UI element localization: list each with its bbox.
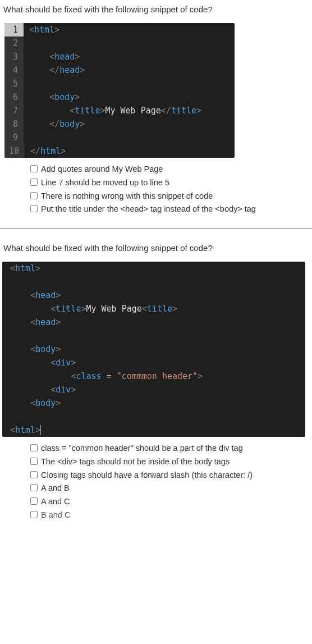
line-number: 7 (4, 104, 24, 117)
code-line (2, 329, 305, 342)
line-number: 5 (4, 77, 24, 90)
option-label: The <div> tags should not be inside of t… (41, 456, 230, 468)
checkbox[interactable] (30, 497, 38, 505)
code-line: <body> (24, 90, 235, 104)
checkbox[interactable] (30, 165, 38, 172)
option-1d[interactable]: Put the title under the <head> tag inste… (30, 203, 312, 216)
option-2f[interactable]: B and C (30, 509, 312, 522)
code-line: <html> (2, 262, 305, 275)
code-line (24, 36, 235, 50)
code-line: <class = "commmon header"> (2, 369, 305, 383)
option-1c[interactable]: There is nothing wrong with this snippet… (30, 190, 312, 203)
option-label: Put the title under the <head> tag inste… (41, 203, 256, 216)
line-number: 2 (4, 36, 24, 50)
code-line: </html> (25, 144, 235, 158)
code-line (2, 410, 305, 423)
option-label: A and C (41, 496, 70, 508)
question-2-prompt: What should be fixed with the following … (0, 239, 312, 255)
line-number: 6 (4, 90, 24, 104)
line-number: 10 (4, 144, 25, 158)
question-1-prompt: What should be fixed with the following … (0, 0, 312, 16)
checkbox[interactable] (30, 444, 38, 451)
divider (0, 228, 312, 229)
code-line: <body> (2, 396, 305, 410)
code-block-1: 1<html> 2 3 <head> 4 </head> 5 6 <body> … (4, 23, 235, 158)
code-line: <html> (2, 423, 305, 437)
code-line: <title>My Web Page</title> (24, 104, 235, 117)
option-2a[interactable]: class = "common header" should be a part… (30, 442, 312, 455)
checkbox[interactable] (30, 458, 38, 465)
code-line: </head> (24, 63, 235, 77)
code-line: </body> (24, 117, 235, 131)
code-line: <html> (24, 23, 235, 36)
cursor-icon (40, 425, 46, 435)
option-label: Add quotes around My Web Page (41, 163, 163, 176)
checkbox[interactable] (30, 192, 38, 199)
code-line: <head> (2, 289, 305, 302)
code-line: <div> (2, 383, 305, 396)
option-1a[interactable]: Add quotes around My Web Page (30, 163, 312, 176)
option-label: A and B (41, 482, 70, 495)
option-1b[interactable]: Line 7 should be moved up to line 5 (30, 177, 312, 189)
code-line: <div> (2, 356, 305, 369)
question-2-options: class = "common header" should be a part… (30, 442, 312, 522)
option-2b[interactable]: The <div> tags should not be inside of t… (30, 456, 312, 468)
checkbox[interactable] (30, 205, 38, 212)
option-2d[interactable]: A and B (30, 482, 312, 495)
line-number: 4 (4, 63, 24, 77)
line-number: 8 (4, 117, 24, 131)
question-1-options: Add quotes around My Web Page Line 7 sho… (30, 163, 312, 216)
line-number: 1 (4, 23, 24, 36)
code-line: <head> (2, 316, 305, 329)
code-block-2: <html> <head> <title>My Web Page<title> … (2, 262, 305, 437)
code-line (2, 275, 305, 289)
checkbox[interactable] (30, 484, 38, 491)
option-label: B and C (41, 509, 70, 522)
line-number: 3 (4, 50, 24, 63)
line-number: 9 (4, 131, 24, 144)
code-line (24, 131, 235, 144)
checkbox[interactable] (30, 511, 38, 518)
checkbox[interactable] (30, 471, 38, 478)
code-line: <head> (24, 50, 235, 63)
code-line: <title>My Web Page<title> (2, 302, 305, 316)
option-label: Closing tags should have a forward slash… (41, 469, 253, 482)
option-label: There is nothing wrong with this snippet… (41, 190, 213, 203)
option-label: Line 7 should be moved up to line 5 (41, 177, 169, 189)
code-line (24, 77, 235, 90)
option-label: class = "common header" should be a part… (41, 442, 243, 455)
option-2c[interactable]: Closing tags should have a forward slash… (30, 469, 312, 482)
option-2e[interactable]: A and C (30, 496, 312, 508)
code-line: <body> (2, 342, 305, 356)
checkbox[interactable] (30, 179, 38, 186)
